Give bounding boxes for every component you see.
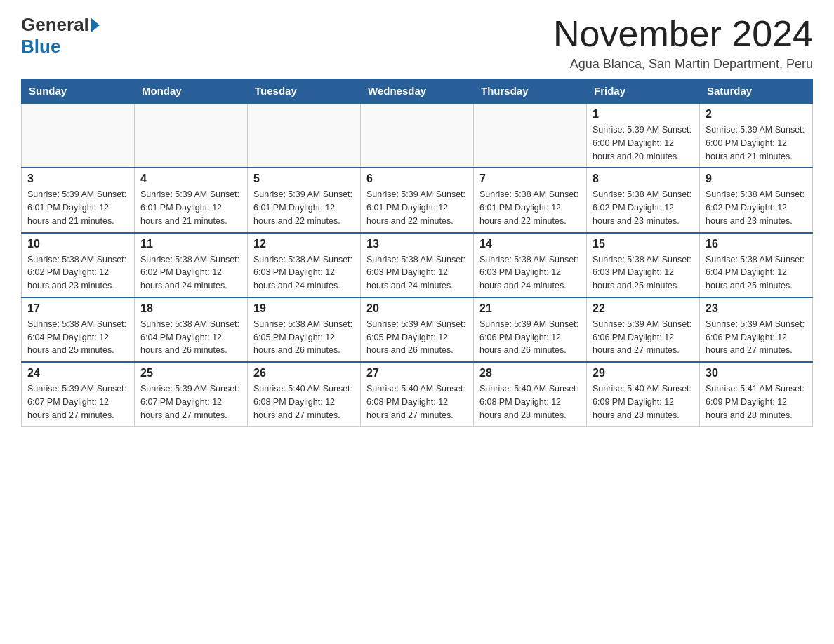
day-info: Sunrise: 5:38 AM Sunset: 6:02 PM Dayligh… xyxy=(593,188,694,227)
day-info: Sunrise: 5:38 AM Sunset: 6:02 PM Dayligh… xyxy=(27,253,128,293)
calendar-cell: 7Sunrise: 5:38 AM Sunset: 6:01 PM Daylig… xyxy=(474,168,587,232)
logo-blue-text: Blue xyxy=(21,36,60,58)
calendar-week-5: 24Sunrise: 5:39 AM Sunset: 6:07 PM Dayli… xyxy=(22,362,813,427)
day-number: 30 xyxy=(706,367,807,380)
day-number: 4 xyxy=(140,173,241,185)
day-number: 26 xyxy=(253,367,355,380)
day-info: Sunrise: 5:40 AM Sunset: 6:08 PM Dayligh… xyxy=(253,382,355,422)
calendar-cell xyxy=(361,103,474,168)
calendar-cell: 5Sunrise: 5:39 AM Sunset: 6:01 PM Daylig… xyxy=(248,168,361,232)
calendar-cell: 1Sunrise: 5:39 AM Sunset: 6:00 PM Daylig… xyxy=(587,103,700,168)
day-info: Sunrise: 5:38 AM Sunset: 6:03 PM Dayligh… xyxy=(253,253,355,293)
day-number: 23 xyxy=(706,302,807,315)
day-number: 3 xyxy=(27,173,128,185)
day-info: Sunrise: 5:38 AM Sunset: 6:02 PM Dayligh… xyxy=(140,253,241,293)
day-info: Sunrise: 5:38 AM Sunset: 6:01 PM Dayligh… xyxy=(479,188,581,227)
day-info: Sunrise: 5:40 AM Sunset: 6:08 PM Dayligh… xyxy=(479,382,581,422)
calendar-cell: 22Sunrise: 5:39 AM Sunset: 6:06 PM Dayli… xyxy=(587,297,700,362)
day-info: Sunrise: 5:39 AM Sunset: 6:01 PM Dayligh… xyxy=(366,188,468,227)
day-number: 8 xyxy=(593,173,694,185)
day-info: Sunrise: 5:40 AM Sunset: 6:08 PM Dayligh… xyxy=(366,382,468,422)
calendar-cell: 27Sunrise: 5:40 AM Sunset: 6:08 PM Dayli… xyxy=(361,362,474,427)
calendar-cell: 10Sunrise: 5:38 AM Sunset: 6:02 PM Dayli… xyxy=(22,233,135,297)
day-number: 29 xyxy=(593,367,694,380)
calendar-cell: 11Sunrise: 5:38 AM Sunset: 6:02 PM Dayli… xyxy=(135,233,248,297)
day-number: 24 xyxy=(27,367,128,380)
day-number: 15 xyxy=(593,238,694,250)
calendar-cell: 28Sunrise: 5:40 AM Sunset: 6:08 PM Dayli… xyxy=(474,362,587,427)
day-info: Sunrise: 5:39 AM Sunset: 6:01 PM Dayligh… xyxy=(140,188,241,227)
day-number: 25 xyxy=(140,367,241,380)
weekday-header-thursday: Thursday xyxy=(474,79,587,104)
day-number: 6 xyxy=(366,173,468,185)
day-number: 1 xyxy=(593,108,694,121)
calendar-week-4: 17Sunrise: 5:38 AM Sunset: 6:04 PM Dayli… xyxy=(22,297,813,362)
calendar-cell: 26Sunrise: 5:40 AM Sunset: 6:08 PM Dayli… xyxy=(248,362,361,427)
day-number: 14 xyxy=(479,238,581,250)
day-info: Sunrise: 5:38 AM Sunset: 6:04 PM Dayligh… xyxy=(27,318,128,357)
calendar-cell: 2Sunrise: 5:39 AM Sunset: 6:00 PM Daylig… xyxy=(700,103,813,168)
month-title: November 2024 xyxy=(553,14,813,54)
day-info: Sunrise: 5:39 AM Sunset: 6:01 PM Dayligh… xyxy=(27,188,128,227)
day-info: Sunrise: 5:39 AM Sunset: 6:06 PM Dayligh… xyxy=(479,318,581,357)
weekday-header-saturday: Saturday xyxy=(700,79,813,104)
calendar-cell xyxy=(248,103,361,168)
day-info: Sunrise: 5:38 AM Sunset: 6:02 PM Dayligh… xyxy=(706,188,807,227)
calendar-cell: 23Sunrise: 5:39 AM Sunset: 6:06 PM Dayli… xyxy=(700,297,813,362)
location-subtitle: Agua Blanca, San Martin Department, Peru xyxy=(553,57,813,72)
day-info: Sunrise: 5:38 AM Sunset: 6:05 PM Dayligh… xyxy=(253,318,355,357)
calendar-cell: 18Sunrise: 5:38 AM Sunset: 6:04 PM Dayli… xyxy=(135,297,248,362)
day-info: Sunrise: 5:39 AM Sunset: 6:07 PM Dayligh… xyxy=(140,382,241,422)
calendar-header-row: SundayMondayTuesdayWednesdayThursdayFrid… xyxy=(22,79,813,104)
calendar-week-3: 10Sunrise: 5:38 AM Sunset: 6:02 PM Dayli… xyxy=(22,233,813,297)
calendar-cell: 6Sunrise: 5:39 AM Sunset: 6:01 PM Daylig… xyxy=(361,168,474,232)
day-info: Sunrise: 5:39 AM Sunset: 6:01 PM Dayligh… xyxy=(253,188,355,227)
day-number: 16 xyxy=(706,238,807,250)
day-info: Sunrise: 5:39 AM Sunset: 6:06 PM Dayligh… xyxy=(593,318,694,357)
calendar-cell: 15Sunrise: 5:38 AM Sunset: 6:03 PM Dayli… xyxy=(587,233,700,297)
day-number: 22 xyxy=(593,302,694,315)
calendar-cell: 8Sunrise: 5:38 AM Sunset: 6:02 PM Daylig… xyxy=(587,168,700,232)
calendar-cell: 29Sunrise: 5:40 AM Sunset: 6:09 PM Dayli… xyxy=(587,362,700,427)
day-number: 18 xyxy=(140,302,241,315)
day-number: 27 xyxy=(366,367,468,380)
calendar-cell: 9Sunrise: 5:38 AM Sunset: 6:02 PM Daylig… xyxy=(700,168,813,232)
day-info: Sunrise: 5:39 AM Sunset: 6:07 PM Dayligh… xyxy=(27,382,128,422)
day-number: 10 xyxy=(27,238,128,250)
calendar-cell xyxy=(22,103,135,168)
calendar-cell: 17Sunrise: 5:38 AM Sunset: 6:04 PM Dayli… xyxy=(22,297,135,362)
day-number: 5 xyxy=(253,173,355,185)
day-number: 20 xyxy=(366,302,468,315)
calendar-cell: 3Sunrise: 5:39 AM Sunset: 6:01 PM Daylig… xyxy=(22,168,135,232)
day-info: Sunrise: 5:38 AM Sunset: 6:04 PM Dayligh… xyxy=(706,253,807,293)
title-block: November 2024 Agua Blanca, San Martin De… xyxy=(553,14,813,72)
day-info: Sunrise: 5:39 AM Sunset: 6:06 PM Dayligh… xyxy=(706,318,807,357)
day-number: 2 xyxy=(706,108,807,121)
logo-arrow-icon xyxy=(91,18,100,32)
weekday-header-monday: Monday xyxy=(135,79,248,104)
day-info: Sunrise: 5:38 AM Sunset: 6:03 PM Dayligh… xyxy=(479,253,581,293)
day-info: Sunrise: 5:41 AM Sunset: 6:09 PM Dayligh… xyxy=(706,382,807,422)
calendar-cell: 20Sunrise: 5:39 AM Sunset: 6:05 PM Dayli… xyxy=(361,297,474,362)
calendar-week-2: 3Sunrise: 5:39 AM Sunset: 6:01 PM Daylig… xyxy=(22,168,813,232)
weekday-header-wednesday: Wednesday xyxy=(361,79,474,104)
day-number: 13 xyxy=(366,238,468,250)
day-info: Sunrise: 5:39 AM Sunset: 6:05 PM Dayligh… xyxy=(366,318,468,357)
weekday-header-sunday: Sunday xyxy=(22,79,135,104)
day-info: Sunrise: 5:39 AM Sunset: 6:00 PM Dayligh… xyxy=(706,123,807,163)
calendar-cell: 14Sunrise: 5:38 AM Sunset: 6:03 PM Dayli… xyxy=(474,233,587,297)
day-number: 21 xyxy=(479,302,581,315)
logo-general-text: General xyxy=(21,14,89,36)
calendar-cell: 13Sunrise: 5:38 AM Sunset: 6:03 PM Dayli… xyxy=(361,233,474,297)
weekday-header-friday: Friday xyxy=(587,79,700,104)
day-number: 19 xyxy=(253,302,355,315)
calendar-cell: 19Sunrise: 5:38 AM Sunset: 6:05 PM Dayli… xyxy=(248,297,361,362)
calendar-cell: 21Sunrise: 5:39 AM Sunset: 6:06 PM Dayli… xyxy=(474,297,587,362)
day-number: 11 xyxy=(140,238,241,250)
day-number: 28 xyxy=(479,367,581,380)
page-header: General Blue November 2024 Agua Blanca, … xyxy=(21,14,813,72)
day-number: 7 xyxy=(479,173,581,185)
calendar-table: SundayMondayTuesdayWednesdayThursdayFrid… xyxy=(21,79,813,427)
day-info: Sunrise: 5:39 AM Sunset: 6:00 PM Dayligh… xyxy=(593,123,694,163)
day-number: 17 xyxy=(27,302,128,315)
